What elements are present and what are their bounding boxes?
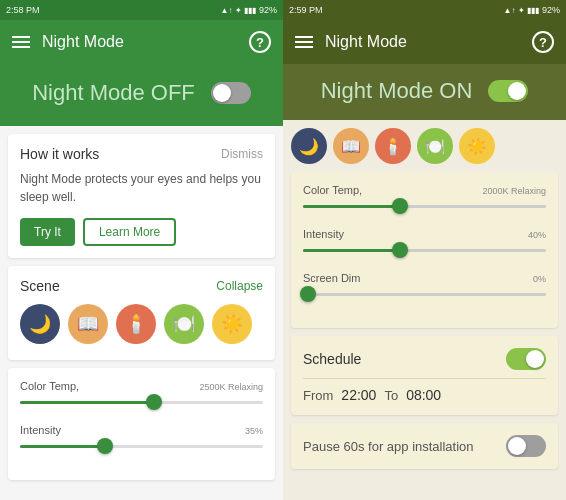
intensity-thumb-right[interactable]	[392, 242, 408, 258]
screen-dim-label-right: Screen Dim	[303, 272, 360, 284]
status-bar-right: 2:59 PM ▲↑ ✦ ▮▮▮ 92%	[283, 0, 566, 20]
intensity-fill-left	[20, 445, 105, 448]
night-mode-toggle-right[interactable]	[488, 80, 528, 102]
intensity-thumb-left[interactable]	[97, 438, 113, 454]
content-left: How it works Dismiss Night Mode protects…	[0, 126, 283, 500]
sliders-section-left: Color Temp, 2500K Relaxing Intensity 35%	[8, 368, 275, 480]
left-screen: 2:58 PM ▲↑ ✦ ▮▮▮ 92% Night Mode ? Night …	[0, 0, 283, 500]
screen-dim-value-right: 0%	[533, 274, 546, 284]
color-temp-thumb-right[interactable]	[392, 198, 408, 214]
content-right: 🌙 📖 🕯️ 🍽️ ☀️ Color Temp, 2000K Relaxing	[283, 120, 566, 500]
status-time-left: 2:58 PM	[6, 5, 40, 15]
color-temp-track-right	[303, 205, 546, 208]
night-mode-label-right: Night Mode ON	[321, 78, 473, 104]
scene-title: Scene	[20, 278, 60, 294]
color-temp-slider-right[interactable]	[303, 198, 546, 214]
scene-icon-candle[interactable]: 🕯️	[116, 304, 156, 344]
intensity-track-left	[20, 445, 263, 448]
intensity-row-left: Intensity 35%	[20, 424, 263, 454]
help-button-left[interactable]: ?	[249, 31, 271, 53]
status-time-right: 2:59 PM	[289, 5, 323, 15]
scene-icon-reading-r[interactable]: 📖	[333, 128, 369, 164]
schedule-divider	[303, 378, 546, 379]
learn-more-button[interactable]: Learn More	[83, 218, 176, 246]
scene-icon-moon-r[interactable]: 🌙	[291, 128, 327, 164]
help-button-right[interactable]: ?	[532, 31, 554, 53]
menu-icon-right[interactable]	[295, 36, 313, 48]
schedule-times: From 22:00 To 08:00	[303, 387, 546, 403]
from-time[interactable]: 22:00	[341, 387, 376, 403]
from-label: From	[303, 388, 333, 403]
intensity-fill-right	[303, 249, 400, 252]
color-temp-slider-left[interactable]	[20, 394, 263, 410]
intensity-value-left: 35%	[245, 426, 263, 436]
right-panel: 🌙 📖 🕯️ 🍽️ ☀️ Color Temp, 2000K Relaxing	[283, 120, 566, 477]
night-mode-header-right: Night Mode ON	[283, 64, 566, 120]
app-bar-right: Night Mode ?	[283, 20, 566, 64]
status-battery-right: 92%	[542, 5, 560, 15]
status-right-left: ▲↑ ✦ ▮▮▮ 92%	[221, 5, 277, 15]
intensity-row-right: Intensity 40%	[303, 228, 546, 258]
scene-icon-sun[interactable]: ☀️	[212, 304, 252, 344]
intensity-slider-left[interactable]	[20, 438, 263, 454]
status-icons-left: ▲↑ ✦ ▮▮▮	[221, 6, 256, 15]
screen-dim-row-right: Screen Dim 0%	[303, 272, 546, 302]
scene-header: Scene Collapse	[20, 278, 263, 294]
dismiss-button[interactable]: Dismiss	[221, 147, 263, 161]
scene-icon-candle-r[interactable]: 🕯️	[375, 128, 411, 164]
scene-section: Scene Collapse 🌙 📖 🕯️ 🍽️ ☀️	[8, 266, 275, 360]
night-mode-toggle-left[interactable]	[211, 82, 251, 104]
schedule-header-row: Schedule	[303, 348, 546, 370]
how-it-works-text: Night Mode protects your eyes and helps …	[20, 170, 263, 206]
app-title-right: Night Mode	[325, 33, 520, 51]
pause-label: Pause 60s for app installation	[303, 439, 498, 454]
pause-toggle[interactable]	[506, 435, 546, 457]
menu-icon-left[interactable]	[12, 36, 30, 48]
toggle-knob-left	[213, 84, 231, 102]
to-time[interactable]: 08:00	[406, 387, 441, 403]
app-bar-left: Night Mode ?	[0, 20, 283, 64]
color-temp-row-right: Color Temp, 2000K Relaxing	[303, 184, 546, 214]
screen-dim-track-right	[303, 293, 546, 296]
night-mode-header-left: Night Mode OFF	[0, 64, 283, 126]
status-bar-left: 2:58 PM ▲↑ ✦ ▮▮▮ 92%	[0, 0, 283, 20]
scene-icon-reading[interactable]: 📖	[68, 304, 108, 344]
scene-icons-left: 🌙 📖 🕯️ 🍽️ ☀️	[20, 304, 263, 344]
scene-icon-dining-r[interactable]: 🍽️	[417, 128, 453, 164]
schedule-toggle-knob	[526, 350, 544, 368]
screen-dim-thumb-right[interactable]	[300, 286, 316, 302]
collapse-button[interactable]: Collapse	[216, 279, 263, 293]
color-temp-track-left	[20, 401, 263, 404]
toggle-knob-right	[508, 82, 526, 100]
card-header-how: How it works Dismiss	[20, 146, 263, 162]
color-temp-value-right: 2000K Relaxing	[482, 186, 546, 196]
screen-dim-slider-right[interactable]	[303, 286, 546, 302]
intensity-track-right	[303, 249, 546, 252]
scene-icon-dining[interactable]: 🍽️	[164, 304, 204, 344]
status-right-right: ▲↑ ✦ ▮▮▮ 92%	[504, 5, 560, 15]
color-temp-fill-right	[303, 205, 400, 208]
color-temp-label-left: Color Temp,	[20, 380, 79, 392]
scene-icon-moon[interactable]: 🌙	[20, 304, 60, 344]
how-it-works-title: How it works	[20, 146, 99, 162]
intensity-value-right: 40%	[528, 230, 546, 240]
color-temp-row-left: Color Temp, 2500K Relaxing	[20, 380, 263, 410]
schedule-title: Schedule	[303, 351, 361, 367]
app-title-left: Night Mode	[42, 33, 237, 51]
color-temp-thumb-left[interactable]	[146, 394, 162, 410]
schedule-toggle[interactable]	[506, 348, 546, 370]
card-buttons: Try It Learn More	[20, 218, 263, 246]
status-icons-right: ▲↑ ✦ ▮▮▮	[504, 6, 539, 15]
color-temp-value-left: 2500K Relaxing	[199, 382, 263, 392]
how-it-works-card: How it works Dismiss Night Mode protects…	[8, 134, 275, 258]
color-temp-fill-left	[20, 401, 154, 404]
sliders-card-right: Color Temp, 2000K Relaxing Intensity	[291, 172, 558, 328]
intensity-slider-right[interactable]	[303, 242, 546, 258]
scene-icons-right: 🌙 📖 🕯️ 🍽️ ☀️	[291, 128, 558, 164]
right-screen: 2:59 PM ▲↑ ✦ ▮▮▮ 92% Night Mode ? Night …	[283, 0, 566, 500]
scene-icon-sun-r[interactable]: ☀️	[459, 128, 495, 164]
try-it-button[interactable]: Try It	[20, 218, 75, 246]
pause-toggle-knob	[508, 437, 526, 455]
status-battery-left: 92%	[259, 5, 277, 15]
pause-card: Pause 60s for app installation	[291, 423, 558, 469]
